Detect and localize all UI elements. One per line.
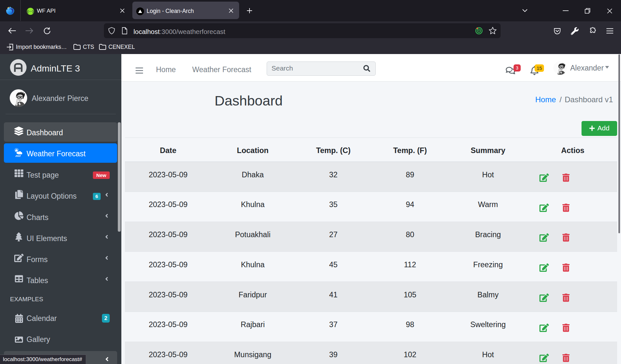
svg-text:{···}: {···}: [27, 9, 34, 13]
